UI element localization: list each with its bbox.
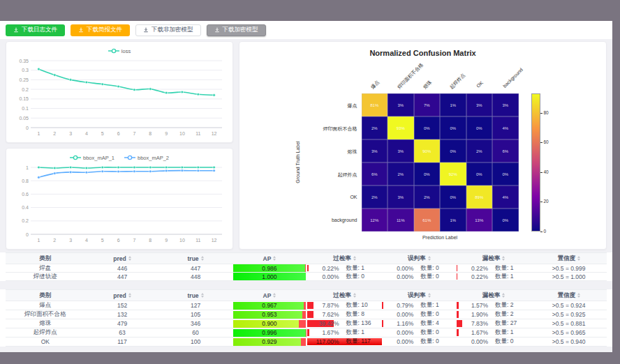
sort-carets-icon[interactable] bbox=[577, 293, 580, 298]
data-point bbox=[181, 166, 184, 169]
cell-pred: 63 bbox=[85, 328, 160, 337]
x-tick-label: 1 bbox=[37, 131, 40, 136]
column-header-过检率[interactable]: 过检率 bbox=[307, 290, 382, 301]
table-row-焊印面积不合格: 焊印面积不合格1321050.9537.62%数量: 80.00%数量: 01.… bbox=[6, 310, 607, 319]
download-icon bbox=[78, 27, 84, 33]
matrix-cell-爆点-熔珠: 7% bbox=[414, 93, 441, 116]
data-point bbox=[85, 167, 88, 169]
cell-misjudge-count: 数量: 4 bbox=[420, 319, 451, 328]
cell-misjudge-count: 数量: 0 bbox=[420, 273, 451, 280]
cell-misjudge-count: 数量: 0 bbox=[420, 338, 451, 346]
download-report-button[interactable]: 下载简报文件 bbox=[71, 24, 130, 36]
column-header-pred[interactable]: pred bbox=[85, 253, 160, 264]
legend-item-loss[interactable]: loss bbox=[108, 48, 131, 54]
column-header-误判率[interactable]: 误判率 bbox=[382, 253, 457, 264]
download-encrypted-model-button[interactable]: 下载加密模型 bbox=[207, 24, 266, 36]
sort-carets-icon[interactable] bbox=[273, 293, 276, 298]
series-line-bbox_mAP_2 bbox=[38, 171, 214, 178]
sort-carets-icon[interactable] bbox=[273, 256, 276, 261]
cell-overdetect-text: 0.00%数量: 0 bbox=[313, 273, 377, 280]
column-header-label: true bbox=[188, 255, 199, 262]
matrix-cell-爆点-起焊炸点: 1% bbox=[440, 93, 466, 116]
column-header-true[interactable]: true bbox=[159, 253, 231, 264]
column-header-true[interactable]: true bbox=[159, 290, 231, 301]
cell-misjudge-bar bbox=[382, 302, 383, 309]
sort-desc-icon bbox=[428, 296, 431, 298]
column-header-label: 过检率 bbox=[333, 255, 351, 263]
column-header-AP[interactable]: AP bbox=[232, 290, 307, 301]
sort-desc-icon bbox=[201, 296, 204, 298]
sort-carets-icon[interactable] bbox=[201, 256, 204, 261]
sort-asc-icon bbox=[128, 293, 131, 295]
colorbar-tick-mark bbox=[540, 202, 542, 202]
column-header-AP[interactable]: AP bbox=[232, 253, 307, 264]
data-point bbox=[38, 166, 40, 169]
cell-miss-percent: 1.67% bbox=[462, 329, 488, 336]
cell-ap: 0.953 bbox=[232, 310, 307, 319]
cell-misjudge-text: 1.16%数量: 4 bbox=[387, 319, 451, 328]
sort-carets-icon[interactable] bbox=[353, 293, 356, 298]
sort-asc-icon bbox=[428, 256, 431, 258]
sort-carets-icon[interactable] bbox=[502, 256, 505, 261]
data-point bbox=[165, 91, 168, 94]
legend-line-icon bbox=[108, 48, 119, 54]
sort-asc-icon bbox=[577, 293, 580, 295]
ap-value: 0.900 bbox=[233, 320, 306, 328]
sort-desc-icon bbox=[201, 259, 204, 261]
legend-item-bbox_mAP_2[interactable]: bbox_mAP_2 bbox=[124, 155, 169, 161]
download-unencrypted-model-button[interactable]: 下载非加密模型 bbox=[135, 24, 201, 36]
column-header-label: true bbox=[188, 292, 199, 299]
sort-carets-icon[interactable] bbox=[502, 293, 505, 298]
cell-misjudge: 0.00%数量: 0 bbox=[382, 310, 457, 319]
cell-overdetect-text: 7.62%数量: 8 bbox=[313, 310, 377, 319]
data-point bbox=[117, 85, 120, 88]
x-tick-label: 2 bbox=[53, 238, 56, 243]
sort-carets-icon[interactable] bbox=[577, 256, 580, 261]
matrix-col-label-background: background bbox=[502, 67, 524, 89]
cell-pred: 132 bbox=[85, 310, 160, 319]
cell-class: 焊盘 bbox=[6, 264, 85, 272]
legend-item-bbox_mAP_1[interactable]: bbox_mAP_1 bbox=[70, 155, 115, 161]
x-tick-label: 6 bbox=[117, 238, 120, 243]
cell-miss-count: 数量: 2 bbox=[495, 310, 526, 319]
column-header-漏检率[interactable]: 漏检率 bbox=[457, 290, 531, 301]
metrics-table-group1: 类别predtrueAP过检率误判率漏检率置信度焊盘4464470.9860.2… bbox=[0, 252, 612, 281]
cell-confidence: >0.5 = 0.965 bbox=[531, 328, 606, 337]
legend-line-icon bbox=[124, 155, 135, 160]
cell-miss-percent: 0.22% bbox=[462, 265, 488, 272]
matrix-cell-熔珠-熔珠: 90% bbox=[414, 139, 441, 162]
matrix-cell-焊印面积不合格-爆点: 2% bbox=[362, 116, 388, 139]
column-header-误判率[interactable]: 误判率 bbox=[382, 290, 457, 301]
cell-miss: 0.22%数量: 1 bbox=[457, 273, 531, 280]
download-unencrypted-model-label: 下载非加密模型 bbox=[152, 26, 193, 34]
cell-overdetect-percent: 7.87% bbox=[313, 302, 339, 309]
sort-carets-icon[interactable] bbox=[128, 256, 131, 261]
download-log-button[interactable]: 下载日志文件 bbox=[6, 24, 65, 36]
x-tick-label: 5 bbox=[101, 131, 104, 136]
column-header-label: pred bbox=[113, 292, 126, 299]
cell-class: 起焊炸点 bbox=[6, 328, 85, 337]
sort-carets-icon[interactable] bbox=[428, 256, 431, 261]
sort-carets-icon[interactable] bbox=[128, 293, 131, 298]
column-header-过检率[interactable]: 过检率 bbox=[307, 253, 382, 264]
data-point bbox=[54, 167, 57, 169]
ap-value: 0.967 bbox=[233, 302, 306, 310]
column-header-label: 类别 bbox=[39, 291, 51, 300]
sort-carets-icon[interactable] bbox=[201, 293, 204, 298]
column-header-置信度[interactable]: 置信度 bbox=[531, 290, 606, 301]
sort-carets-icon[interactable] bbox=[353, 256, 356, 261]
matrix-cell-OK-OK: 89% bbox=[466, 185, 493, 208]
cell-overdetect-count: 数量: 0 bbox=[346, 273, 377, 280]
y-tick-label: 0 bbox=[26, 126, 29, 130]
column-header-pred[interactable]: pred bbox=[85, 290, 160, 301]
data-point bbox=[54, 74, 57, 77]
ap-value: 1.000 bbox=[233, 273, 306, 280]
sort-carets-icon[interactable] bbox=[428, 293, 431, 298]
data-point bbox=[101, 83, 104, 86]
cell-class: 焊印面积不合格 bbox=[6, 310, 85, 319]
cell-overdetect-text: 0.22%数量: 1 bbox=[313, 264, 377, 272]
cell-miss-text: 1.57%数量: 2 bbox=[462, 301, 526, 310]
column-header-置信度[interactable]: 置信度 bbox=[531, 253, 606, 264]
column-header-漏检率[interactable]: 漏检率 bbox=[457, 253, 531, 264]
cell-miss-percent: 1.90% bbox=[462, 311, 488, 318]
